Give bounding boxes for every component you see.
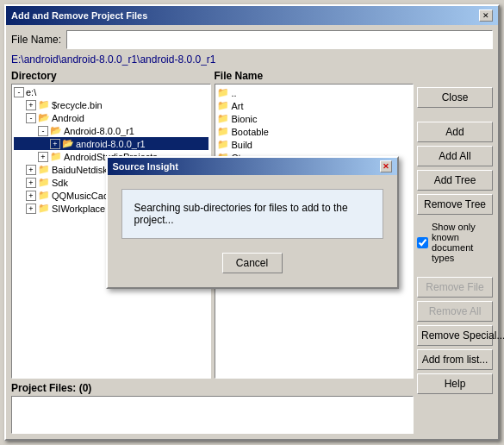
main-window: Add and Remove Project Files ✕ File Name… — [4, 4, 500, 441]
source-insight-dialog: Source Insight ✕ Searching sub-directori… — [106, 156, 399, 289]
dialog-title: Source Insight — [113, 161, 178, 172]
dialog-close-btn[interactable]: ✕ — [380, 160, 392, 172]
dialog-cancel-btn[interactable]: Cancel — [222, 253, 283, 273]
dialog-body: Searching sub-directories for files to a… — [108, 175, 397, 287]
dialog-buttons: Cancel — [222, 253, 283, 273]
dialog-title-bar: Source Insight ✕ — [108, 158, 397, 175]
dialog-overlay: Source Insight ✕ Searching sub-directori… — [6, 6, 498, 439]
dialog-message-text: Searching sub-directories for files to a… — [134, 202, 348, 226]
dialog-message: Searching sub-directories for files to a… — [121, 189, 383, 239]
